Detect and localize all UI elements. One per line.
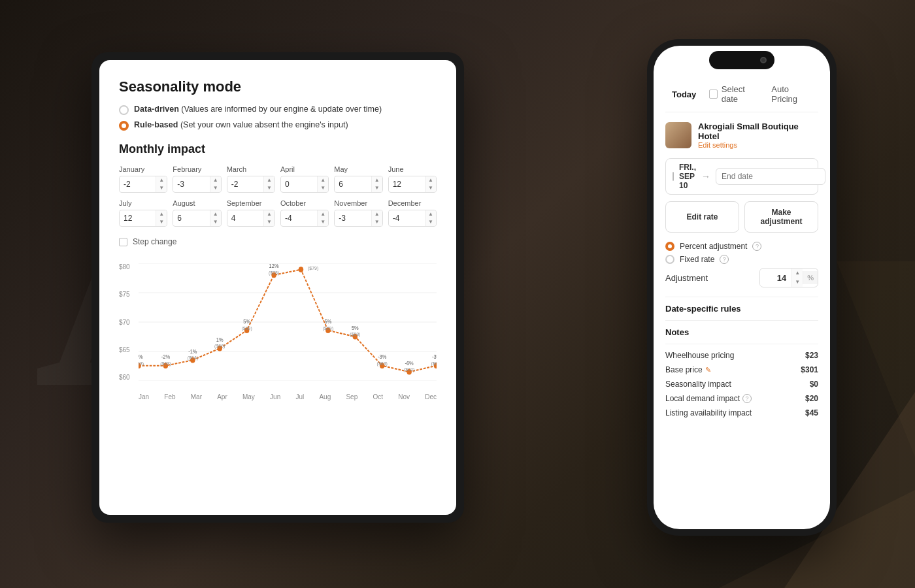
month-september-down[interactable]: ▼ [264, 218, 274, 226]
tablet-screen: Seasonality mode Data-driven (Values are… [99, 60, 456, 515]
month-february-up[interactable]: ▲ [210, 176, 221, 184]
svg-text:5%: 5% [325, 319, 332, 325]
adjustment-unit: % [803, 271, 818, 284]
pricing-row-local-demand: Local demand impact ? $20 [665, 394, 818, 403]
svg-text:-6%: -6% [405, 360, 414, 367]
month-august-input[interactable] [173, 211, 209, 225]
tab-select-date[interactable]: Select date [703, 82, 765, 106]
month-september-input[interactable] [227, 211, 263, 225]
month-february-input[interactable] [173, 177, 209, 191]
adjustment-input[interactable] [760, 270, 791, 286]
date-range-checkbox[interactable] [673, 172, 674, 181]
tab-auto-pricing[interactable]: Auto Pricing [765, 82, 818, 106]
month-august: August ▲ ▼ [173, 199, 221, 227]
chart-x-axis: Jan Feb Mar Apr May Jun Jul Aug Sep Oct … [139, 393, 437, 400]
month-august-up[interactable]: ▲ [210, 210, 221, 218]
month-july-label: July [119, 199, 167, 207]
svg-text:-3%: -3% [378, 354, 386, 361]
fixed-rate-radio[interactable] [665, 255, 674, 264]
y-label-70: $70 [119, 319, 130, 326]
hotel-edit-settings[interactable]: Edit settings [698, 141, 818, 149]
month-november-input-wrap: ▲ ▼ [334, 210, 382, 227]
month-june-down[interactable]: ▼ [425, 184, 436, 192]
svg-text:15%: 15% [296, 263, 306, 265]
hotel-thumbnail [665, 122, 691, 148]
month-september-up[interactable]: ▲ [264, 210, 274, 218]
month-october-input[interactable] [281, 211, 317, 225]
svg-text:($69): ($69) [323, 325, 334, 331]
select-date-checkbox[interactable] [709, 90, 717, 99]
svg-text:($78): ($78) [269, 270, 280, 276]
month-november-up[interactable]: ▲ [372, 210, 382, 218]
month-october-up[interactable]: ▲ [318, 210, 328, 218]
pricing-row-listing-availability: Listing availability impact $45 [665, 408, 818, 417]
step-change-checkbox[interactable] [119, 238, 127, 246]
svg-text:12%: 12% [269, 263, 279, 270]
month-april-up[interactable]: ▲ [318, 176, 328, 184]
step-change-row[interactable]: Step change [119, 237, 437, 246]
month-january-input[interactable] [120, 177, 156, 191]
base-price-value: $301 [801, 365, 818, 374]
local-demand-help-icon[interactable]: ? [742, 394, 752, 403]
month-may-input[interactable] [335, 177, 371, 191]
month-june-input[interactable] [389, 177, 425, 191]
edit-rate-button[interactable]: Edit rate [665, 201, 739, 233]
month-december-spinner: ▲ ▼ [425, 210, 436, 226]
month-february-down[interactable]: ▼ [210, 184, 221, 192]
fixed-rate-help-icon[interactable]: ? [720, 255, 729, 264]
month-december-up[interactable]: ▲ [425, 210, 436, 218]
month-july-up[interactable]: ▲ [156, 210, 167, 218]
adjustment-down[interactable]: ▼ [792, 278, 803, 287]
phone-camera [760, 57, 767, 63]
radio-percent-adjustment[interactable]: Percent adjustment ? [665, 242, 818, 251]
date-to-input[interactable] [716, 168, 825, 185]
month-may-up[interactable]: ▲ [372, 176, 382, 184]
month-december: December ▲ ▼ [388, 199, 437, 227]
month-march-up[interactable]: ▲ [264, 176, 274, 184]
month-may-down[interactable]: ▼ [372, 184, 382, 192]
seasonality-impact-value: $0 [810, 380, 818, 389]
month-march-label: March [227, 165, 275, 173]
month-august-down[interactable]: ▼ [210, 218, 221, 226]
percent-adjustment-help-icon[interactable]: ? [752, 242, 761, 251]
month-december-input[interactable] [389, 211, 425, 225]
month-december-down[interactable]: ▼ [425, 218, 436, 226]
month-march-down[interactable]: ▼ [264, 184, 274, 192]
month-november-spinner: ▲ ▼ [371, 210, 382, 226]
percent-adjustment-radio[interactable] [665, 242, 674, 251]
month-october-down[interactable]: ▼ [318, 218, 328, 226]
month-july-input[interactable] [120, 211, 156, 225]
radio-rule-based[interactable]: Rule-based (Set your own value absent th… [119, 120, 437, 131]
month-april-down[interactable]: ▼ [318, 184, 328, 192]
y-label-65: $65 [119, 346, 130, 353]
tablet-title: Seasonality mode [119, 78, 437, 95]
month-february-input-wrap: ▲ ▼ [173, 176, 221, 193]
month-may-input-wrap: ▲ ▼ [334, 176, 382, 193]
radio-fixed-rate[interactable]: Fixed rate ? [665, 255, 818, 264]
make-adjustment-button[interactable]: Make adjustment [744, 201, 818, 233]
pricing-row-wheelhouse: Wheelhouse pricing $23 [665, 351, 818, 360]
adjustment-up[interactable]: ▲ [792, 269, 803, 278]
svg-text:-1%: -1% [188, 348, 197, 355]
month-november-label: November [334, 199, 382, 207]
hotel-info: Akrogiali Small Boutique Hotel Edit sett… [698, 122, 818, 149]
month-july-down[interactable]: ▼ [156, 218, 167, 226]
date-from: FRI., SEP 10 [679, 163, 696, 190]
radio-data-driven[interactable]: Data-driven (Values are informed by our … [119, 105, 437, 115]
adjustment-label: Adjustment [665, 273, 708, 283]
month-november-down[interactable]: ▼ [372, 218, 382, 226]
seasonality-radio-group: Data-driven (Values are informed by our … [119, 105, 437, 131]
base-price-edit-icon[interactable]: ✎ [705, 366, 711, 374]
y-label-75: $75 [119, 291, 130, 298]
month-january-up[interactable]: ▲ [156, 176, 167, 184]
svg-text:($63): ($63) [160, 360, 171, 367]
month-march-input[interactable] [227, 177, 263, 191]
tab-today[interactable]: Today [665, 87, 703, 102]
month-january-down[interactable]: ▼ [156, 184, 167, 192]
month-april-input[interactable] [281, 177, 317, 191]
month-november-input[interactable] [335, 211, 371, 225]
month-october-spinner: ▲ ▼ [317, 210, 328, 226]
month-september-spinner: ▲ ▼ [263, 210, 274, 226]
svg-text:5%: 5% [243, 319, 250, 325]
month-june-up[interactable]: ▲ [425, 176, 436, 184]
